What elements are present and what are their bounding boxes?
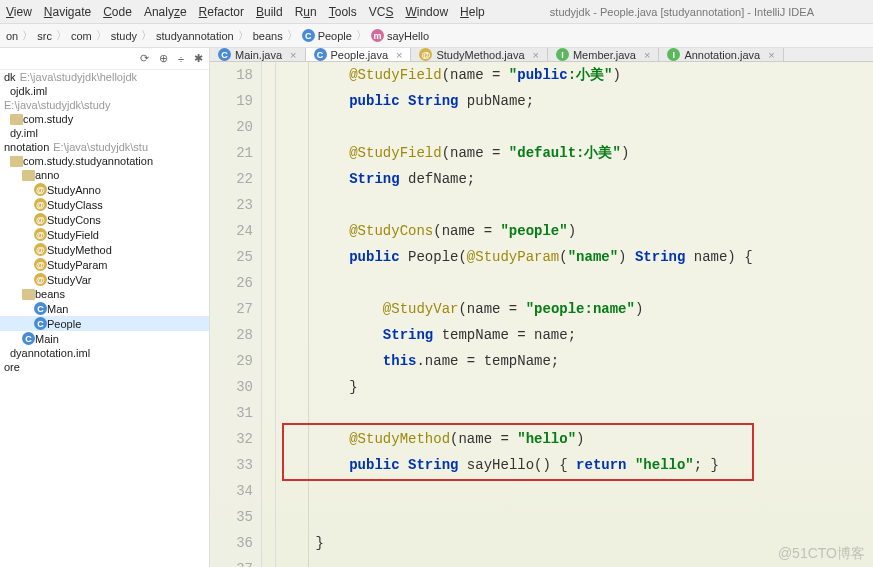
editor-tab[interactable]: IAnnotation.java× (659, 48, 783, 61)
sidebar-toolbar: ⟳ ⊕ ÷ ✱ (0, 48, 209, 70)
chevron-right-icon: 〉 (96, 28, 107, 43)
menu-window[interactable]: Window (405, 5, 448, 19)
tree-node[interactable]: ojdk.iml (0, 84, 209, 98)
tree-node-path: E:\java\studyjdk\stu (53, 141, 148, 153)
folder-icon (10, 114, 23, 125)
code-line[interactable]: @StudyCons(name = "people") (282, 218, 873, 244)
menu-tools[interactable]: Tools (329, 5, 357, 19)
tree-node[interactable]: E:\java\studyjdk\study (0, 98, 209, 112)
tree-node-label: StudyCons (47, 214, 101, 226)
menu-help[interactable]: Help (460, 5, 485, 19)
tree-node[interactable]: C People (0, 316, 209, 331)
close-icon[interactable]: × (396, 49, 402, 61)
gear-icon[interactable]: ✱ (194, 52, 203, 65)
code-line[interactable]: public String pubName; (282, 88, 873, 114)
tree-node[interactable]: anno (0, 168, 209, 182)
chevron-right-icon: 〉 (238, 28, 249, 43)
code-line[interactable]: @StudyVar(name = "people:name") (282, 296, 873, 322)
menu-code[interactable]: Code (103, 5, 132, 19)
folder-icon (10, 156, 23, 167)
tree-node-label: dk (4, 71, 16, 83)
tree-node-label: com.study.studyannotation (23, 155, 153, 167)
bc-study[interactable]: study (111, 30, 137, 42)
menu-run[interactable]: Run (295, 5, 317, 19)
code-line[interactable] (282, 400, 873, 426)
menu-refactor[interactable]: Refactor (199, 5, 244, 19)
bc-src[interactable]: src (37, 30, 52, 42)
code-line[interactable]: String defName; (282, 166, 873, 192)
code-line[interactable] (282, 478, 873, 504)
bc-com[interactable]: com (71, 30, 92, 42)
editor-tab[interactable]: IMember.java× (548, 48, 659, 61)
bc-class[interactable]: CPeople (302, 29, 352, 42)
code-line[interactable] (282, 270, 873, 296)
tab-label: StudyMethod.java (436, 49, 524, 61)
menu-analyze[interactable]: Analyze (144, 5, 187, 19)
bc-studyannotation[interactable]: studyannotation (156, 30, 234, 42)
chevron-right-icon: 〉 (356, 28, 367, 43)
project-sidebar: ⟳ ⊕ ÷ ✱ dkE:\java\studyjdk\hellojdkojdk.… (0, 48, 210, 567)
tree-node[interactable]: com.study.studyannotation (0, 154, 209, 168)
code-line[interactable] (282, 504, 873, 530)
menu-navigate[interactable]: Navigate (44, 5, 91, 19)
tree-node-label: Main (35, 333, 59, 345)
tree-node[interactable]: nnotationE:\java\studyjdk\stu (0, 140, 209, 154)
annotation-icon: @ (34, 258, 47, 271)
fold-gutter (262, 62, 276, 567)
code-content[interactable]: @StudyField(name = "public:小美") public S… (276, 62, 873, 567)
tree-node[interactable]: @ StudyMethod (0, 242, 209, 257)
tree-node-label: ore (4, 361, 20, 373)
tree-node[interactable]: @ StudyAnno (0, 182, 209, 197)
code-line[interactable]: @StudyField(name = "default:小美") (282, 140, 873, 166)
folder-icon (22, 170, 35, 181)
annotation-icon: @ (34, 213, 47, 226)
bc-method[interactable]: msayHello (371, 29, 429, 42)
code-line[interactable]: @StudyField(name = "public:小美") (282, 62, 873, 88)
collapse-icon[interactable]: ÷ (178, 53, 184, 65)
close-icon[interactable]: × (533, 49, 539, 61)
code-area: 1819202122232425262728293031323334353637… (210, 62, 873, 567)
close-icon[interactable]: × (290, 49, 296, 61)
menu-build[interactable]: Build (256, 5, 283, 19)
close-icon[interactable]: × (644, 49, 650, 61)
tree-node-label: StudyVar (47, 274, 91, 286)
class-icon: C (22, 332, 35, 345)
tree-node[interactable]: @ StudyVar (0, 272, 209, 287)
code-line[interactable]: String tempName = name; (282, 322, 873, 348)
tree-node[interactable]: ore (0, 360, 209, 374)
project-tree: dkE:\java\studyjdk\hellojdkojdk.imlE:\ja… (0, 70, 209, 374)
tree-node[interactable]: dy.iml (0, 126, 209, 140)
code-line[interactable]: this.name = tempName; (282, 348, 873, 374)
tab-icon: I (556, 48, 569, 61)
class-icon: C (34, 317, 47, 330)
code-line[interactable] (282, 114, 873, 140)
code-line[interactable]: public People(@StudyParam("name") String… (282, 244, 873, 270)
tree-node[interactable]: @ StudyParam (0, 257, 209, 272)
tree-node[interactable]: @ StudyClass (0, 197, 209, 212)
code-line[interactable]: } (282, 374, 873, 400)
editor-tab[interactable]: CPeople.java× (306, 48, 412, 61)
bc-beans[interactable]: beans (253, 30, 283, 42)
refresh-icon[interactable]: ⟳ (140, 52, 149, 65)
code-line[interactable]: @StudyMethod(name = "hello") (282, 426, 873, 452)
tree-node[interactable]: @ StudyField (0, 227, 209, 242)
tree-node[interactable]: dkE:\java\studyjdk\hellojdk (0, 70, 209, 84)
tree-node[interactable]: C Man (0, 301, 209, 316)
class-icon: C (34, 302, 47, 315)
menu-view[interactable]: View (6, 5, 32, 19)
editor-tab[interactable]: @StudyMethod.java× (411, 48, 548, 61)
class-icon: C (302, 29, 315, 42)
bc-root[interactable]: on (6, 30, 18, 42)
tree-node[interactable]: C Main (0, 331, 209, 346)
editor-tab[interactable]: CMain.java× (210, 48, 306, 61)
tree-node-label: anno (35, 169, 59, 181)
target-icon[interactable]: ⊕ (159, 52, 168, 65)
code-line[interactable] (282, 192, 873, 218)
menu-vcs[interactable]: VCS (369, 5, 394, 19)
tree-node[interactable]: @ StudyCons (0, 212, 209, 227)
close-icon[interactable]: × (768, 49, 774, 61)
code-line[interactable]: public String sayHello() { return "hello… (282, 452, 873, 478)
tree-node[interactable]: beans (0, 287, 209, 301)
tree-node[interactable]: dyannotation.iml (0, 346, 209, 360)
tree-node[interactable]: com.study (0, 112, 209, 126)
